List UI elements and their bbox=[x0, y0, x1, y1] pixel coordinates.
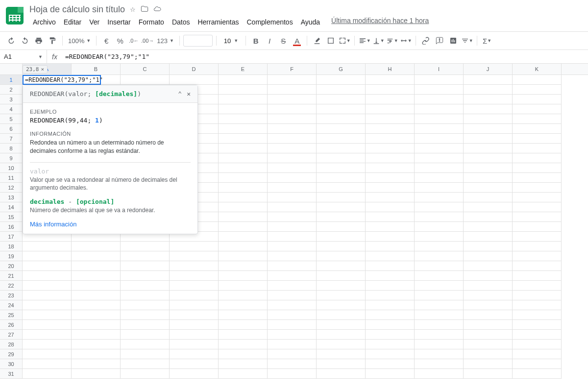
column-header-F[interactable]: F bbox=[268, 64, 317, 74]
menu-ver[interactable]: Ver bbox=[86, 17, 103, 27]
cell[interactable] bbox=[415, 291, 464, 300]
cell[interactable] bbox=[268, 173, 317, 183]
cell[interactable] bbox=[268, 369, 317, 379]
text-wrap-button[interactable]: ▼ bbox=[386, 34, 398, 47]
cell[interactable] bbox=[464, 173, 513, 183]
document-title[interactable]: Hoja de cálculo sin título bbox=[29, 4, 125, 15]
row-header-22[interactable]: 22 bbox=[0, 281, 23, 291]
cell[interactable] bbox=[513, 202, 562, 212]
cell[interactable] bbox=[317, 104, 366, 114]
cell[interactable] bbox=[170, 349, 219, 359]
row-header-7[interactable]: 7 bbox=[0, 134, 23, 144]
cell[interactable] bbox=[415, 153, 464, 163]
cell[interactable] bbox=[268, 153, 317, 163]
cell[interactable] bbox=[219, 163, 268, 173]
cell[interactable] bbox=[268, 75, 317, 85]
cell[interactable] bbox=[513, 291, 562, 300]
cell[interactable] bbox=[366, 251, 415, 261]
cell[interactable] bbox=[317, 124, 366, 134]
row-header-17[interactable]: 17 bbox=[0, 232, 23, 242]
row-header-25[interactable]: 25 bbox=[0, 310, 23, 320]
cell[interactable] bbox=[415, 183, 464, 193]
cell[interactable] bbox=[121, 261, 170, 271]
cell[interactable] bbox=[415, 242, 464, 251]
cell[interactable] bbox=[366, 163, 415, 173]
cell[interactable] bbox=[513, 183, 562, 193]
cell[interactable] bbox=[317, 281, 366, 291]
cell[interactable] bbox=[464, 340, 513, 349]
cell[interactable] bbox=[170, 251, 219, 261]
row-header-19[interactable]: 19 bbox=[0, 251, 23, 261]
more-info-link[interactable]: Más información bbox=[30, 220, 191, 228]
cell[interactable] bbox=[219, 193, 268, 202]
zoom-dropdown[interactable]: 100%▼ bbox=[66, 37, 93, 45]
cell[interactable] bbox=[121, 291, 170, 300]
cell[interactable] bbox=[464, 104, 513, 114]
cell[interactable] bbox=[317, 202, 366, 212]
cell[interactable] bbox=[464, 310, 513, 320]
row-header-16[interactable]: 16 bbox=[0, 222, 23, 232]
cell[interactable] bbox=[72, 261, 121, 271]
cell[interactable] bbox=[317, 134, 366, 144]
cell[interactable] bbox=[513, 222, 562, 232]
cell[interactable] bbox=[219, 320, 268, 330]
cell[interactable] bbox=[366, 300, 415, 310]
cell[interactable] bbox=[317, 251, 366, 261]
column-header-E[interactable]: E bbox=[219, 64, 268, 74]
cell[interactable] bbox=[415, 320, 464, 330]
star-icon[interactable]: ☆ bbox=[130, 6, 136, 13]
cell[interactable] bbox=[415, 144, 464, 153]
cell[interactable] bbox=[268, 271, 317, 281]
cell[interactable] bbox=[366, 104, 415, 114]
print-button[interactable] bbox=[32, 34, 45, 47]
cell[interactable] bbox=[170, 359, 219, 369]
name-box[interactable]: A1▼ bbox=[0, 53, 47, 60]
last-modification-link[interactable]: Última modificación hace 1 hora bbox=[331, 17, 429, 27]
row-header-26[interactable]: 26 bbox=[0, 320, 23, 330]
cell[interactable] bbox=[513, 271, 562, 281]
cell[interactable] bbox=[170, 320, 219, 330]
cell[interactable] bbox=[23, 369, 72, 379]
cell[interactable] bbox=[268, 134, 317, 144]
cell[interactable] bbox=[513, 144, 562, 153]
cell[interactable] bbox=[513, 95, 562, 104]
row-header-6[interactable]: 6 bbox=[0, 124, 23, 134]
cell[interactable] bbox=[415, 85, 464, 95]
cell[interactable] bbox=[415, 340, 464, 349]
cell[interactable] bbox=[268, 85, 317, 95]
menu-datos[interactable]: Datos bbox=[169, 17, 194, 27]
cell[interactable] bbox=[219, 271, 268, 281]
cell[interactable] bbox=[464, 114, 513, 124]
cell[interactable] bbox=[415, 369, 464, 379]
cell[interactable] bbox=[464, 134, 513, 144]
cell[interactable] bbox=[72, 242, 121, 251]
cell[interactable] bbox=[268, 330, 317, 340]
cell[interactable] bbox=[219, 340, 268, 349]
cell[interactable] bbox=[366, 369, 415, 379]
cell[interactable] bbox=[317, 242, 366, 251]
cell[interactable] bbox=[219, 153, 268, 163]
cell[interactable] bbox=[513, 251, 562, 261]
cell[interactable] bbox=[464, 163, 513, 173]
undo-button[interactable] bbox=[5, 34, 18, 47]
cell[interactable] bbox=[219, 222, 268, 232]
cell[interactable] bbox=[513, 349, 562, 359]
row-header-11[interactable]: 11 bbox=[0, 173, 23, 183]
vertical-align-button[interactable]: ▼ bbox=[372, 34, 385, 47]
cell[interactable] bbox=[366, 183, 415, 193]
cell[interactable] bbox=[170, 330, 219, 340]
cell[interactable] bbox=[366, 349, 415, 359]
cell[interactable] bbox=[219, 251, 268, 261]
cell[interactable] bbox=[23, 291, 72, 300]
cell[interactable] bbox=[513, 85, 562, 95]
paint-format-button[interactable] bbox=[46, 34, 59, 47]
row-header-1[interactable]: 1 bbox=[0, 75, 23, 85]
cell[interactable] bbox=[415, 349, 464, 359]
cell[interactable] bbox=[366, 222, 415, 232]
cell[interactable] bbox=[170, 261, 219, 271]
currency-button[interactable]: € bbox=[100, 34, 113, 47]
cell[interactable] bbox=[366, 124, 415, 134]
cell[interactable] bbox=[317, 291, 366, 300]
cell[interactable] bbox=[219, 124, 268, 134]
cell[interactable] bbox=[121, 359, 170, 369]
